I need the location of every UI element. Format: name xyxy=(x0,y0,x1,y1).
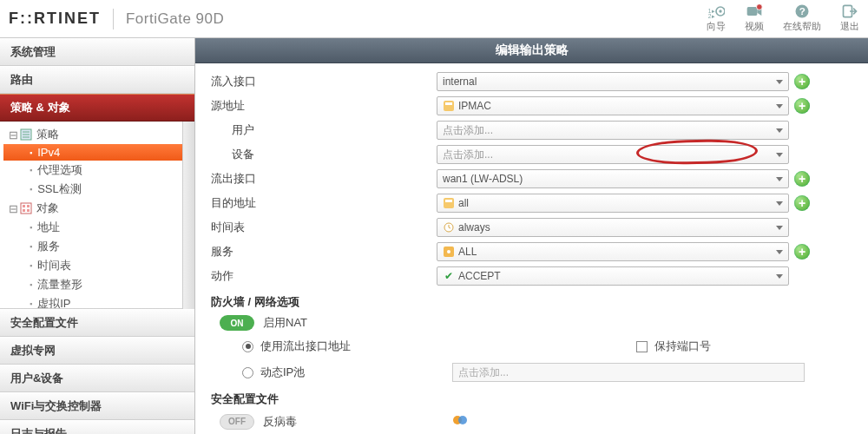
dropdown-service[interactable]: ALL xyxy=(437,242,789,261)
label-outgoing-interface: 流出接口 xyxy=(211,171,437,187)
radio-icon xyxy=(242,367,253,378)
svg-point-25 xyxy=(447,250,450,253)
svg-rect-18 xyxy=(27,209,30,212)
svg-rect-21 xyxy=(444,198,454,208)
sidebar-tree: ⊟ 策略 IPv4 代理选项 SSL检测 ⊟ 对象 地址 服务 时间表 xyxy=(0,122,182,309)
tree-item-ssl-inspection[interactable]: SSL检测 xyxy=(3,180,182,199)
content-panel: 编辑输出策略 流入接口 internal + 源地址 IPMAC + xyxy=(195,38,868,434)
section-firewall-heading: 防火墙 / 网络选项 xyxy=(211,294,852,310)
sidebar-section-policy-objects[interactable]: 策略 & 对象 xyxy=(0,94,194,122)
sidebar-section-system[interactable]: 系统管理 xyxy=(0,38,194,66)
svg-point-27 xyxy=(458,416,467,424)
collapse-icon: ⊟ xyxy=(7,202,19,215)
svg-rect-22 xyxy=(445,200,452,202)
accept-icon: ✔ xyxy=(443,270,455,282)
tree-item-service[interactable]: 服务 xyxy=(3,237,182,256)
address-icon xyxy=(443,197,455,209)
video-icon xyxy=(746,3,763,20)
tree-group-objects[interactable]: ⊟ 对象 xyxy=(3,199,182,218)
label-incoming-interface: 流入接口 xyxy=(211,74,437,89)
sidebar: 系统管理 路由 策略 & 对象 ⊟ 策略 IPv4 代理选项 SSL检测 ⊟ xyxy=(0,38,195,434)
dropdown-user[interactable]: 点击添加... xyxy=(437,121,789,140)
tree-item-ipv4[interactable]: IPv4 xyxy=(3,144,182,161)
sidebar-section-routing[interactable]: 路由 xyxy=(0,66,194,94)
video-button[interactable]: 视频 xyxy=(745,3,764,33)
label-device: 设备 xyxy=(211,147,437,162)
sidebar-section-wifi-switch[interactable]: WiFi与交换控制器 xyxy=(0,392,194,420)
add-outgoing-interface-button[interactable]: + xyxy=(794,171,810,187)
device-model: FortiGate 90D xyxy=(126,10,224,28)
svg-rect-20 xyxy=(445,102,452,105)
wizard-icon: 1▸2▸ xyxy=(707,3,725,20)
dropdown-source-address[interactable]: IPMAC xyxy=(437,96,789,115)
svg-rect-14 xyxy=(21,203,31,214)
label-action: 动作 xyxy=(211,268,437,284)
tree-item-virtual-ip[interactable]: 虚拟IP xyxy=(3,294,182,309)
label-source-address: 源地址 xyxy=(211,98,437,114)
tree-item-address[interactable]: 地址 xyxy=(3,218,182,237)
section-security-profile-heading: 安全配置文件 xyxy=(211,391,852,407)
add-source-address-button[interactable]: + xyxy=(794,98,810,114)
sidebar-section-security-profiles[interactable]: 安全配置文件 xyxy=(0,309,194,337)
address-icon xyxy=(443,100,455,112)
logout-icon xyxy=(841,3,858,20)
header-toolbar: 1▸2▸ 向导 视频 ? 在线帮助 退出 xyxy=(707,3,859,33)
antivirus-icon xyxy=(452,412,468,431)
dropdown-device[interactable]: 点击添加... xyxy=(437,145,789,164)
toggle-antivirus[interactable]: OFF xyxy=(220,414,254,430)
wizard-button[interactable]: 1▸2▸ 向导 xyxy=(707,3,726,33)
label-service: 服务 xyxy=(211,244,437,260)
logout-button[interactable]: 退出 xyxy=(840,3,859,33)
panel-title: 编辑输出策略 xyxy=(195,38,868,63)
radio-dynamic-ip-pool[interactable]: 动态IP池 xyxy=(211,362,452,383)
dropdown-outgoing-interface[interactable]: wan1 (LW-ADSL) xyxy=(437,169,789,188)
tree-item-traffic-shaping[interactable]: 流量整形 xyxy=(3,275,182,294)
checkbox-preserve-port[interactable] xyxy=(636,341,648,352)
sidebar-section-log-report[interactable]: 日志与报告 xyxy=(0,420,194,434)
tree-scrollbar[interactable] xyxy=(182,122,194,309)
dropdown-incoming-interface[interactable]: internal xyxy=(437,72,789,91)
label-schedule: 时间表 xyxy=(211,220,437,235)
svg-rect-4 xyxy=(747,7,758,16)
dropdown-action[interactable]: ✔ ACCEPT xyxy=(437,266,789,286)
service-icon xyxy=(443,246,455,258)
svg-rect-16 xyxy=(27,205,30,207)
add-incoming-interface-button[interactable]: + xyxy=(794,74,810,89)
help-button[interactable]: ? 在线帮助 xyxy=(783,3,821,33)
dropdown-schedule[interactable]: always xyxy=(437,218,789,237)
label-destination-address: 目的地址 xyxy=(211,195,437,211)
svg-rect-17 xyxy=(23,209,25,212)
tree-item-schedule[interactable]: 时间表 xyxy=(3,256,182,275)
policy-icon xyxy=(19,128,33,141)
policy-form: 流入接口 internal + 源地址 IPMAC + 用户 xyxy=(195,63,868,434)
svg-point-6 xyxy=(757,4,763,10)
tree-group-policy[interactable]: ⊟ 策略 xyxy=(3,125,182,144)
svg-text:?: ? xyxy=(799,5,806,16)
toggle-enable-nat[interactable]: ON xyxy=(220,315,254,331)
object-icon xyxy=(19,202,33,214)
label-enable-nat: 启用NAT xyxy=(263,315,307,331)
brand-logo: F::RTINET xyxy=(9,10,101,28)
sidebar-section-vpn[interactable]: 虚拟专网 xyxy=(0,337,194,365)
svg-text:2▸: 2▸ xyxy=(708,13,715,19)
collapse-icon: ⊟ xyxy=(7,128,19,141)
label-preserve-port: 保持端口号 xyxy=(654,339,711,354)
main-split: 系统管理 路由 策略 & 对象 ⊟ 策略 IPv4 代理选项 SSL检测 ⊟ xyxy=(0,38,868,434)
radio-use-outgoing-address[interactable]: 使用流出接口地址 xyxy=(211,336,351,357)
add-destination-address-button[interactable]: + xyxy=(794,195,810,211)
help-icon: ? xyxy=(793,3,811,20)
svg-point-3 xyxy=(719,10,721,12)
label-user: 用户 xyxy=(211,122,437,138)
tree-item-proxy-options[interactable]: 代理选项 xyxy=(3,161,182,180)
svg-rect-15 xyxy=(23,205,25,207)
radio-icon xyxy=(242,341,253,352)
input-ip-pool[interactable]: 点击添加... xyxy=(452,363,805,382)
top-header: F::RTINET FortiGate 90D 1▸2▸ 向导 视频 ? 在线帮… xyxy=(0,0,868,38)
svg-rect-19 xyxy=(444,101,454,111)
clock-icon xyxy=(443,221,455,233)
label-antivirus: 反病毒 xyxy=(263,414,297,430)
sidebar-section-user-device[interactable]: 用户&设备 xyxy=(0,365,194,392)
add-service-button[interactable]: + xyxy=(794,244,810,260)
dropdown-destination-address[interactable]: all xyxy=(437,194,789,213)
